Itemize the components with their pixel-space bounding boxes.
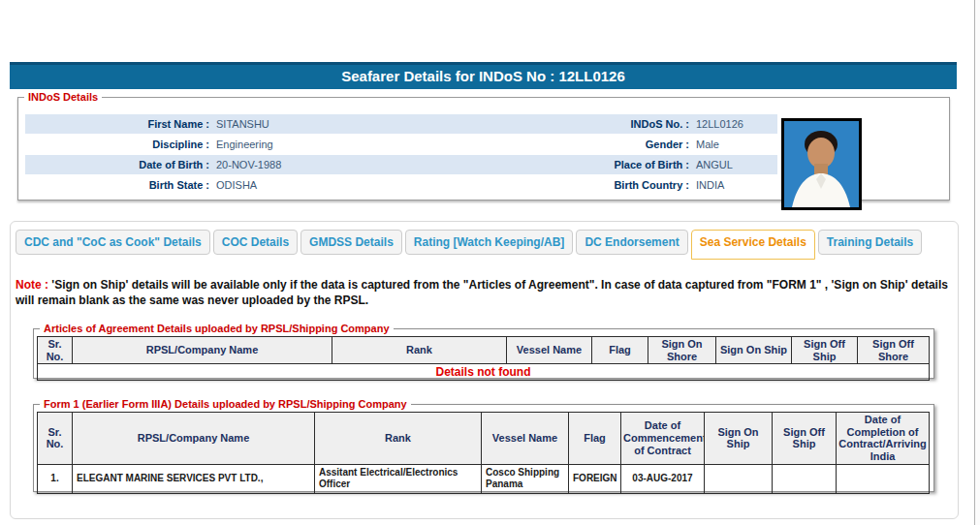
place-of-birth-value: ANGUL [689, 155, 777, 174]
window-right-edge [974, 0, 980, 525]
seafarer-details-page: Seafarer Details for INDoS No : 12LL0126… [0, 0, 980, 525]
tab-label: Training Details [827, 235, 913, 249]
articles-of-agreement-table: Sr. No. RPSL/Company Name Rank Vessel Na… [37, 336, 930, 381]
birth-state-label: Birth State : [25, 175, 209, 195]
form1-details-legend: Form 1 (Earlier Form IIIA) Details uploa… [40, 398, 411, 410]
col-commencement-date: Date of Commencement of Contract [621, 413, 705, 465]
note-label: Note : [16, 278, 51, 292]
col-sign-on-ship: Sign On Ship [716, 337, 792, 364]
first-name-value: SITANSHU [209, 114, 544, 134]
col-sign-off-ship: Sign Off Ship [773, 413, 837, 465]
col-sign-off-shore: Sign Off Shore [858, 337, 930, 364]
col-sign-off-ship: Sign Off Ship [792, 337, 858, 364]
indos-no-label: INDoS No. : [544, 114, 689, 134]
table-row: 1. ELEGANT MARINE SERVICES PVT LTD., Ass… [38, 464, 930, 493]
tab-rating-watch-keeping-ab[interactable]: Rating [Watch Keeping/AB] [405, 230, 574, 255]
col-sr-no: Sr. No. [38, 413, 73, 465]
cell-company: ELEGANT MARINE SERVICES PVT LTD., [73, 464, 315, 493]
info-row: Discipline : Engineering Gender : Male [25, 135, 777, 154]
articles-of-agreement-fieldset: Articles of Agreement Details uploaded b… [33, 323, 934, 379]
indos-no-value: 12LL0126 [689, 114, 777, 134]
date-of-birth-label: Date of Birth : [25, 155, 209, 174]
cell-sign-off-ship [773, 464, 837, 493]
col-rank: Rank [332, 337, 507, 364]
info-row: First Name : SITANSHU INDoS No. : 12LL01… [25, 114, 777, 134]
tab-coc-details[interactable]: COC Details [213, 230, 298, 255]
birth-country-value: INDIA [689, 175, 777, 195]
tab-sea-service-details[interactable]: Sea Service Details [691, 230, 815, 260]
birth-country-label: Birth Country : [544, 175, 689, 195]
form1-details-fieldset: Form 1 (Earlier Form IIIA) Details uploa… [33, 398, 934, 492]
empty-row: Details not found [38, 364, 930, 381]
form1-details-table: Sr. No. RPSL/Company Name Rank Vessel Na… [37, 412, 930, 494]
details-not-found-message: Details not found [38, 364, 930, 381]
col-completion-date: Date of Completion of Contract/Arriving … [837, 413, 930, 465]
indos-details-legend: INDoS Details [24, 91, 102, 103]
table-header-row: Sr. No. RPSL/Company Name Rank Vessel Na… [38, 337, 930, 364]
cell-commencement-date: 03-AUG-2017 [621, 464, 705, 493]
cell-rank: Assitant Electrical/Electronics Officer [315, 464, 482, 493]
birth-state-value: ODISHA [209, 175, 544, 195]
tab-label: COC Details [222, 235, 289, 249]
col-flag: Flag [569, 413, 621, 465]
tab-cdc-coc-as-cook-details[interactable]: CDC and "CoC as Cook" Details [16, 230, 210, 255]
col-vessel: Vessel Name [482, 413, 569, 465]
tab-label: Rating [Watch Keeping/AB] [414, 235, 565, 249]
col-sign-on-ship: Sign On Ship [705, 413, 773, 465]
indos-details-fieldset: INDoS Details First Name : SITANSHU INDo… [17, 91, 950, 201]
place-of-birth-label: Place of Birth : [544, 155, 689, 174]
cell-sr-no: 1. [38, 464, 73, 493]
discipline-value: Engineering [209, 135, 544, 154]
col-sign-on-shore: Sign On Shore [648, 337, 716, 364]
col-sr-no: Sr. No. [38, 337, 73, 364]
col-company: RPSL/Company Name [73, 413, 315, 465]
col-rank: Rank [315, 413, 482, 465]
tab-bar: CDC and "CoC as Cook" Details COC Detail… [16, 230, 922, 260]
table-header-row: Sr. No. RPSL/Company Name Rank Vessel Na… [38, 413, 930, 465]
col-flag: Flag [592, 337, 648, 364]
indos-info-rows: First Name : SITANSHU INDoS No. : 12LL01… [25, 114, 777, 196]
tab-label: CDC and "CoC as Cook" Details [24, 235, 202, 249]
cell-completion-date [837, 464, 930, 493]
date-of-birth-value: 20-NOV-1988 [209, 155, 544, 174]
page-title: Seafarer Details for INDoS No : 12LL0126 [341, 68, 625, 84]
page-title-bar: Seafarer Details for INDoS No : 12LL0126 [10, 62, 957, 89]
articles-of-agreement-legend: Articles of Agreement Details uploaded b… [40, 323, 394, 334]
gender-value: Male [689, 135, 777, 154]
col-company: RPSL/Company Name [73, 337, 332, 364]
discipline-label: Discipline : [25, 135, 209, 154]
cell-vessel: Cosco Shipping Panama [482, 464, 569, 493]
cell-sign-on-ship [705, 464, 773, 493]
first-name-label: First Name : [25, 114, 209, 134]
tab-training-details[interactable]: Training Details [818, 230, 922, 255]
note-body: 'Sign on Ship' details will be available… [16, 278, 948, 307]
tab-label: DC Endorsement [585, 235, 679, 249]
details-panel: CDC and "CoC as Cook" Details COC Detail… [10, 221, 959, 519]
gender-label: Gender : [544, 135, 689, 154]
col-vessel: Vessel Name [507, 337, 592, 364]
note-text: Note : 'Sign on Ship' details will be av… [16, 278, 958, 308]
seafarer-photo-image [784, 121, 859, 207]
tab-label: GMDSS Details [309, 235, 394, 249]
tab-dc-endorsement[interactable]: DC Endorsement [576, 230, 687, 255]
tab-gmdss-details[interactable]: GMDSS Details [300, 230, 402, 255]
info-row: Date of Birth : 20-NOV-1988 Place of Bir… [25, 155, 777, 174]
cell-flag: FOREIGN [569, 464, 621, 493]
tab-label: Sea Service Details [700, 235, 806, 249]
info-row: Birth State : ODISHA Birth Country : IND… [25, 175, 777, 195]
seafarer-photo [781, 118, 862, 210]
